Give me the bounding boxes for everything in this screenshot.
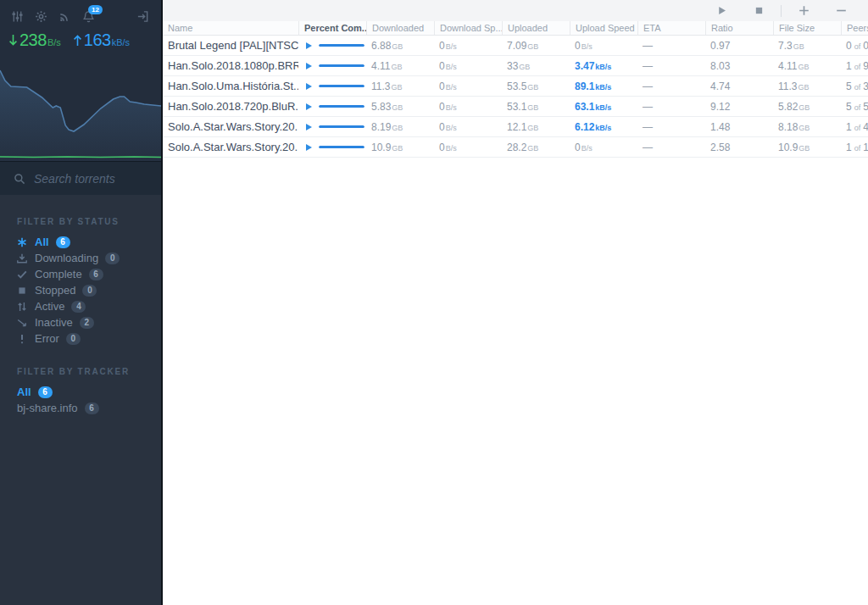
status-filter-all[interactable]: All6 bbox=[17, 234, 153, 250]
table-header-row: NamePercent Com...▲DownloadedDownload Sp… bbox=[163, 21, 868, 36]
download-speed-cell: 0B/s bbox=[434, 40, 502, 52]
column-header-downloadspeed[interactable]: Download Sp... bbox=[434, 21, 502, 35]
column-label: Download Sp... bbox=[440, 23, 502, 33]
filter-label: Active bbox=[35, 300, 64, 313]
percent-complete-cell bbox=[298, 144, 366, 151]
torrent-row[interactable]: Han.Solo.Uma.História.St...11.3GB0B/s53.… bbox=[163, 76, 868, 97]
download-speed-value: 238 bbox=[19, 31, 47, 50]
column-header-eta[interactable]: ETA bbox=[637, 21, 705, 35]
column-header-percent[interactable]: Percent Com...▲ bbox=[298, 21, 366, 35]
settings-gear-icon[interactable] bbox=[34, 9, 47, 23]
column-header-uploadspeed[interactable]: Upload Speed bbox=[570, 21, 637, 35]
minus-icon bbox=[836, 5, 847, 16]
eta-cell: — bbox=[637, 101, 705, 113]
torrent-name: Han.Solo.Uma.História.St... bbox=[163, 80, 298, 92]
notification-count-badge: 12 bbox=[88, 5, 103, 14]
remove-torrent-button[interactable] bbox=[822, 0, 860, 21]
torrent-row[interactable]: Han.Solo.2018.1080p.BRR...4.11GB0B/s33GB… bbox=[163, 56, 868, 76]
ratio-cell: 0.97 bbox=[705, 40, 773, 52]
start-torrent-button[interactable] bbox=[703, 0, 740, 21]
sidebar: 12 238 B/s 163 kB/s bbox=[0, 0, 163, 605]
stop-torrent-button[interactable] bbox=[740, 0, 777, 21]
search-icon bbox=[14, 173, 25, 185]
count-badge: 4 bbox=[71, 301, 86, 313]
peers-cell: 1of17 bbox=[841, 142, 868, 153]
sidebar-toolbar: 12 bbox=[0, 0, 161, 24]
downloaded-cell: 4.11GB bbox=[366, 60, 434, 72]
sidebar-header: 12 238 B/s 163 kB/s bbox=[0, 0, 161, 161]
progress-bar bbox=[319, 146, 364, 148]
torrent-name: Brutal Legend [PAL][NTSCU] bbox=[163, 39, 298, 52]
percent-complete-cell bbox=[298, 103, 366, 110]
ratio-cell: 8.03 bbox=[705, 60, 773, 72]
count-badge: 0 bbox=[105, 253, 120, 264]
status-filter-active[interactable]: Active4 bbox=[17, 298, 153, 314]
status-filter-complete[interactable]: Complete6 bbox=[17, 266, 153, 282]
status-filter-inactive[interactable]: Inactive2 bbox=[17, 314, 153, 330]
seeding-state-icon bbox=[306, 124, 312, 130]
tracker-filter-all[interactable]: All6 bbox=[17, 384, 153, 400]
torrent-list: Brutal Legend [PAL][NTSCU]6.88GB0B/s7.09… bbox=[163, 36, 868, 605]
transfer-speed-indicators: 238 B/s 163 kB/s bbox=[0, 24, 161, 51]
column-header-filesize[interactable]: File Size bbox=[773, 21, 841, 35]
eta-cell: — bbox=[637, 40, 705, 52]
torrent-name: Solo.A.Star.Wars.Story.20... bbox=[163, 120, 298, 133]
filter-panel: FILTER BY STATUS All6Downloading0Complet… bbox=[0, 195, 161, 416]
filter-label: Stopped bbox=[35, 284, 75, 297]
tracker-filter-bj-share-info[interactable]: bj-share.info6 bbox=[17, 400, 153, 416]
column-header-name[interactable]: Name bbox=[163, 21, 298, 35]
column-label: File Size bbox=[779, 23, 815, 33]
column-header-ratio[interactable]: Ratio bbox=[705, 21, 773, 35]
seeding-state-icon bbox=[306, 83, 312, 90]
peers-cell: 5of52 bbox=[841, 101, 868, 113]
download-speed-cell: 0B/s bbox=[434, 142, 502, 153]
filter-label: Complete bbox=[35, 268, 82, 280]
uploaded-cell: 12.1GB bbox=[502, 121, 570, 133]
column-header-downloaded[interactable]: Downloaded bbox=[366, 21, 434, 35]
count-badge: 2 bbox=[80, 317, 94, 329]
notifications-bell-icon[interactable]: 12 bbox=[81, 9, 95, 23]
torrent-row[interactable]: Solo.A.Star.Wars.Story.20...8.19GB0B/s12… bbox=[163, 117, 868, 137]
torrent-row[interactable]: Solo.A.Star.Wars.Story.20...10.9GB0B/s28… bbox=[163, 137, 868, 158]
upload-speed-cell: 6.12kB/s bbox=[570, 121, 637, 133]
status-filter-downloading[interactable]: Downloading0 bbox=[17, 250, 153, 266]
download-speed-cell: 0B/s bbox=[434, 80, 502, 92]
upload-speed-cell: 0B/s bbox=[570, 142, 637, 153]
seeding-state-icon bbox=[306, 103, 312, 110]
file-size-cell: 4.11GB bbox=[773, 60, 841, 72]
feeds-rss-icon[interactable] bbox=[58, 9, 71, 23]
logout-icon[interactable] bbox=[136, 9, 149, 23]
column-header-peers[interactable]: Peers bbox=[841, 21, 868, 35]
arrow-up-icon bbox=[73, 34, 82, 47]
uploaded-cell: 28.2GB bbox=[502, 142, 570, 153]
download-speed-cell: 0B/s bbox=[434, 60, 502, 72]
stopped-icon bbox=[17, 286, 27, 296]
status-filter-error[interactable]: Error0 bbox=[17, 330, 153, 347]
torrent-row[interactable]: Brutal Legend [PAL][NTSCU]6.88GB0B/s7.09… bbox=[163, 36, 868, 56]
upload-speed-cell: 63.1kB/s bbox=[570, 101, 637, 113]
tracker-filter-section: FILTER BY TRACKER All6bj-share.info6 bbox=[17, 367, 153, 416]
torrent-row[interactable]: Han.Solo.2018.720p.BluR...5.83GB0B/s53.1… bbox=[163, 97, 868, 117]
progress-bar bbox=[319, 105, 364, 108]
status-filter-stopped[interactable]: Stopped0 bbox=[17, 282, 153, 298]
peers-cell: 0of0 bbox=[841, 40, 868, 52]
downloaded-cell: 8.19GB bbox=[366, 121, 434, 133]
percent-complete-cell bbox=[298, 42, 366, 49]
add-torrent-button[interactable] bbox=[785, 0, 822, 21]
percent-complete-cell bbox=[298, 63, 366, 69]
inactive-icon bbox=[17, 318, 27, 328]
flood-torrent-client: 12 238 B/s 163 kB/s bbox=[0, 0, 868, 605]
filter-label: bj-share.info bbox=[17, 402, 78, 414]
complete-icon bbox=[17, 269, 27, 280]
sliders-icon[interactable] bbox=[10, 9, 24, 23]
percent-complete-cell bbox=[298, 124, 366, 130]
eta-cell: — bbox=[637, 121, 705, 133]
transfer-history-graph bbox=[0, 51, 161, 161]
file-size-cell: 11.3GB bbox=[773, 80, 841, 92]
column-header-uploaded[interactable]: Uploaded bbox=[502, 21, 570, 35]
column-label: Upload Speed bbox=[576, 23, 635, 33]
toolbar-divider bbox=[781, 5, 782, 17]
download-speed-cell: 0B/s bbox=[434, 101, 502, 113]
torrent-name: Han.Solo.2018.720p.BluR... bbox=[163, 100, 298, 113]
peers-cell: 1of4 bbox=[841, 121, 868, 133]
